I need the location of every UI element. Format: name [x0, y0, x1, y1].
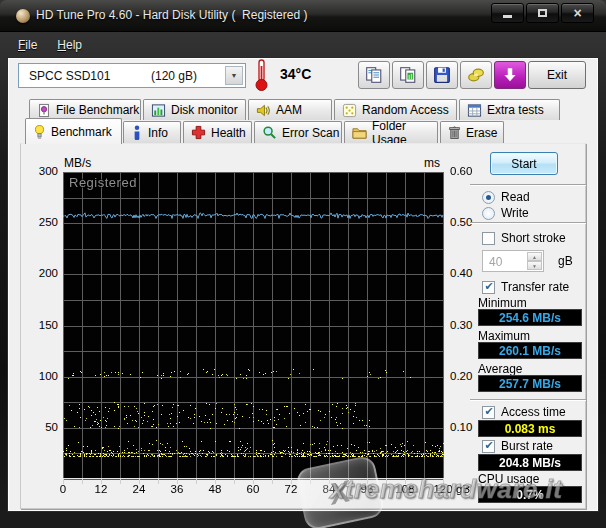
- read-label: Read: [501, 190, 530, 204]
- cpu-usage-label: CPU usage: [478, 472, 539, 486]
- download-icon: [501, 66, 519, 84]
- write-radio[interactable]: [482, 207, 495, 220]
- x-axis-tick: 96: [352, 483, 382, 495]
- exit-button[interactable]: Exit: [528, 61, 586, 89]
- tab-error-scan[interactable]: Error Scan: [254, 121, 342, 143]
- red-cross-icon: [191, 125, 206, 140]
- benchmark-chart-canvas: [63, 172, 444, 485]
- average-value: 257.7 MB/s: [478, 375, 582, 392]
- y-axis-tick-right: 0.10: [450, 421, 472, 433]
- minimum-label: Minimum: [478, 296, 527, 310]
- check-icon: ✔: [484, 440, 493, 451]
- y-axis-tick-left: 50: [24, 421, 58, 433]
- y-axis-tick-right: 0.60: [450, 165, 472, 177]
- y-axis-tick-right: 0.40: [450, 267, 472, 279]
- y-axis-tick-left: 150: [24, 319, 58, 331]
- separator: [470, 222, 586, 224]
- tab-info[interactable]: Info: [123, 121, 181, 143]
- save-button[interactable]: [426, 61, 458, 89]
- drive-select-dropdown[interactable]: SPCC SSD101 (120 gB) ▼: [18, 63, 246, 88]
- dice-icon: [342, 103, 357, 118]
- copy-image-icon: [399, 66, 417, 84]
- average-label: Average: [478, 362, 522, 376]
- copy-icon: [365, 66, 383, 84]
- tab-disk-monitor[interactable]: Disk monitor: [143, 99, 246, 120]
- y-axis-tick-right: 0.20: [450, 370, 472, 382]
- window-title: HD Tune Pro 4.60 - Hard Disk Utility ( R…: [36, 8, 307, 22]
- trash-icon: [448, 125, 461, 140]
- start-button[interactable]: Start: [490, 152, 558, 175]
- capacity-value: 40: [489, 255, 502, 269]
- y-axis-tick-left: 200: [24, 267, 58, 279]
- tab-benchmark[interactable]: Benchmark: [25, 118, 122, 144]
- access-time-value: 0.083 ms: [478, 420, 582, 437]
- menubar: File Help: [8, 32, 598, 57]
- write-label: Write: [501, 206, 529, 220]
- hd-tune-window: HD Tune Pro 4.60 - Hard Disk Utility ( R…: [0, 0, 606, 528]
- copy-image-button[interactable]: [392, 61, 424, 89]
- capacity-spinner[interactable]: 40 ▲ ▼: [482, 250, 544, 272]
- x-axis-tick: 84: [314, 483, 344, 495]
- x-axis-tick: 48: [200, 483, 230, 495]
- maximum-value: 260.1 MB/s: [478, 342, 582, 359]
- short-stroke-checkbox[interactable]: ✔: [482, 232, 495, 245]
- bulb-icon: [33, 124, 46, 140]
- registered-watermark: Registered: [69, 175, 137, 190]
- file-bulb-icon: [37, 103, 51, 118]
- menu-file[interactable]: File: [8, 34, 47, 56]
- save-icon: [433, 66, 451, 84]
- tab-aam[interactable]: AAM: [248, 99, 332, 120]
- download-button[interactable]: [494, 61, 526, 89]
- drive-name: SPCC SSD101: [29, 69, 110, 83]
- minimize-button[interactable]: [491, 3, 524, 23]
- x-axis-tick: 108: [390, 483, 420, 495]
- tab-file-benchmark[interactable]: File Benchmark: [29, 99, 141, 120]
- maximum-label: Maximum: [478, 329, 530, 343]
- spinner-down-icon[interactable]: ▼: [527, 261, 542, 270]
- burst-rate-checkbox[interactable]: ✔: [482, 440, 495, 453]
- copy-button[interactable]: [358, 61, 390, 89]
- hands-icon: [467, 66, 485, 84]
- x-axis-unit: gB: [456, 483, 470, 495]
- folder-icon: [352, 125, 367, 140]
- check-icon: ✔: [484, 406, 493, 417]
- y-axis-tick-left: 100: [24, 370, 58, 382]
- maximize-button[interactable]: [526, 3, 559, 23]
- y-axis-tick-left: 250: [24, 216, 58, 228]
- radio-dot-icon: [486, 195, 491, 200]
- tab-folder-usage[interactable]: Folder Usage: [344, 121, 438, 143]
- spinner-up-icon[interactable]: ▲: [527, 252, 542, 261]
- y-axis-tick-right: 0.30: [450, 319, 472, 331]
- tab-extra-tests[interactable]: Extra tests: [459, 99, 560, 120]
- x-axis-tick: 0: [48, 483, 78, 495]
- table-chart-icon: [467, 103, 482, 118]
- separator: [470, 399, 586, 401]
- burst-rate-label: Burst rate: [501, 439, 553, 453]
- chevron-down-icon[interactable]: ▼: [225, 66, 243, 85]
- left-axis-unit: MB/s: [64, 156, 91, 170]
- access-time-checkbox[interactable]: ✔: [482, 406, 495, 419]
- tab-health[interactable]: Health: [183, 121, 252, 143]
- short-stroke-label: Short stroke: [501, 231, 566, 245]
- access-time-label: Access time: [501, 405, 566, 419]
- magnifier-icon: [262, 125, 277, 140]
- tab-erase[interactable]: Erase: [440, 121, 504, 143]
- tab-random-access[interactable]: Random Access: [334, 99, 457, 120]
- close-icon: ×: [573, 6, 581, 20]
- minimize-icon: [503, 15, 512, 18]
- separator: [470, 184, 586, 186]
- y-axis-tick-left: 300: [24, 165, 58, 177]
- options-button[interactable]: [460, 61, 492, 89]
- read-radio[interactable]: [482, 191, 495, 204]
- maximize-icon: [538, 9, 547, 17]
- close-button[interactable]: ×: [561, 3, 594, 23]
- x-axis-tick: 36: [162, 483, 192, 495]
- app-icon: [16, 9, 30, 23]
- speaker-icon: [256, 103, 271, 118]
- capacity-unit: gB: [558, 254, 573, 268]
- x-axis-tick: 120: [428, 483, 458, 495]
- transfer-rate-checkbox[interactable]: ✔: [482, 281, 495, 294]
- x-axis-tick: 12: [86, 483, 116, 495]
- menu-help[interactable]: Help: [47, 34, 92, 56]
- bar-chart-icon: [151, 103, 166, 118]
